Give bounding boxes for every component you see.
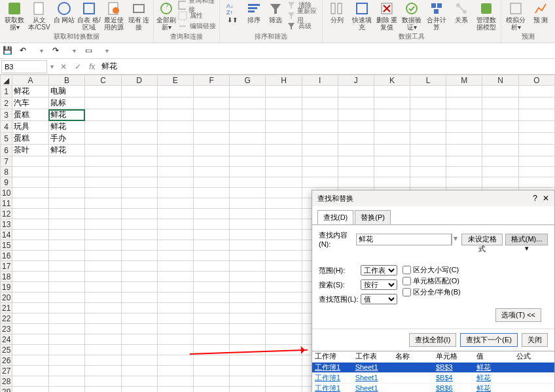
cell[interactable] — [157, 334, 193, 345]
cell[interactable] — [302, 133, 338, 145]
row-header[interactable]: 4 — [1, 121, 12, 133]
cell[interactable] — [85, 282, 121, 293]
cell[interactable] — [410, 177, 446, 188]
manage-data-model-button[interactable]: 管理数 据模型 — [474, 0, 498, 31]
cell[interactable] — [374, 145, 410, 156]
cell[interactable] — [12, 188, 49, 198]
row-header[interactable]: 29 — [1, 387, 12, 393]
cell[interactable] — [518, 145, 554, 156]
cell[interactable] — [230, 313, 266, 324]
cell[interactable] — [121, 366, 157, 376]
cell[interactable] — [230, 251, 266, 261]
cell[interactable]: 鲜花 — [12, 86, 49, 98]
cell[interactable] — [230, 366, 266, 376]
cell[interactable] — [230, 355, 266, 366]
row-header[interactable]: 28 — [1, 376, 12, 387]
row-header[interactable]: 25 — [1, 345, 12, 355]
cell[interactable] — [121, 198, 157, 209]
cell[interactable] — [410, 133, 446, 145]
cell[interactable] — [12, 230, 49, 240]
reapply-button[interactable]: 重新应用 — [287, 10, 319, 20]
cell[interactable] — [338, 98, 374, 109]
format-button[interactable]: 格式(M)... ▾ — [505, 234, 548, 245]
what-if-analysis-button[interactable]: 模拟分 析▾ — [504, 0, 528, 31]
cell[interactable] — [121, 177, 157, 188]
cell[interactable] — [266, 230, 302, 240]
cell[interactable] — [157, 282, 193, 293]
cell[interactable] — [230, 145, 266, 156]
cell[interactable] — [446, 109, 482, 121]
cell[interactable] — [85, 240, 121, 251]
save-icon[interactable]: 💾 — [3, 46, 13, 56]
cell[interactable] — [48, 387, 85, 393]
cell[interactable] — [302, 156, 338, 167]
filter-button[interactable]: 筛选 — [265, 0, 285, 31]
help-icon[interactable]: ? — [533, 194, 537, 203]
cell[interactable] — [230, 376, 266, 387]
cell[interactable] — [85, 334, 121, 345]
queries-connections-button[interactable]: 查询和连接 — [178, 0, 217, 10]
cell[interactable] — [230, 156, 266, 167]
cell[interactable] — [193, 230, 229, 240]
cell[interactable] — [85, 188, 121, 198]
cell[interactable] — [157, 366, 193, 376]
cell[interactable] — [230, 86, 266, 98]
cell[interactable] — [482, 156, 518, 167]
column-header[interactable]: M — [446, 75, 482, 86]
cell[interactable] — [230, 230, 266, 240]
edit-links-button[interactable]: 编辑链接 — [178, 21, 217, 31]
cell[interactable] — [193, 177, 229, 188]
cell[interactable] — [230, 109, 266, 121]
row-header[interactable]: 26 — [1, 355, 12, 366]
cell[interactable] — [374, 156, 410, 167]
cell[interactable] — [374, 98, 410, 109]
cell[interactable] — [121, 272, 157, 282]
cell[interactable] — [338, 133, 374, 145]
find-history-dropdown[interactable]: ▾ — [452, 234, 459, 245]
advanced-filter-button[interactable]: 高级 — [287, 21, 319, 31]
row-header[interactable]: 24 — [1, 334, 12, 345]
cell[interactable] — [518, 167, 554, 177]
cell[interactable] — [266, 366, 302, 376]
cell[interactable] — [48, 272, 85, 282]
properties-button[interactable]: 属性 — [178, 10, 217, 20]
cell[interactable] — [230, 219, 266, 230]
cell[interactable] — [266, 209, 302, 219]
cell[interactable] — [193, 334, 229, 345]
cell[interactable] — [518, 133, 554, 145]
row-header[interactable]: 27 — [1, 366, 12, 376]
results-header[interactable]: 单元格 — [433, 351, 474, 362]
cell[interactable] — [85, 324, 121, 334]
find-what-input[interactable] — [356, 234, 452, 245]
cell[interactable] — [193, 355, 229, 366]
cell[interactable] — [121, 98, 157, 109]
cell[interactable] — [266, 355, 302, 366]
search-select[interactable]: 按行 — [361, 279, 397, 290]
row-header[interactable]: 23 — [1, 324, 12, 334]
cell[interactable] — [157, 219, 193, 230]
cell[interactable] — [12, 219, 49, 230]
column-header[interactable]: D — [121, 75, 157, 86]
cell[interactable] — [230, 133, 266, 145]
no-format-set-button[interactable]: 未设定格式 — [461, 234, 503, 245]
cell[interactable] — [157, 86, 193, 98]
cell[interactable]: 汽车 — [12, 98, 49, 109]
cell[interactable] — [266, 177, 302, 188]
cell[interactable] — [12, 303, 49, 313]
tab-replace[interactable]: 替换(P) — [355, 210, 391, 224]
cell[interactable] — [157, 313, 193, 324]
cell[interactable] — [48, 303, 85, 313]
cell[interactable] — [121, 109, 157, 121]
cell[interactable] — [266, 303, 302, 313]
cell[interactable] — [121, 376, 157, 387]
cell[interactable] — [12, 366, 49, 376]
cell[interactable] — [193, 272, 229, 282]
cell[interactable] — [157, 198, 193, 209]
row-header[interactable]: 8 — [1, 167, 12, 177]
match-width-checkbox[interactable]: 区分全/半角(B) — [403, 287, 461, 297]
results-header[interactable]: 工作表 — [353, 351, 393, 362]
cell[interactable] — [482, 86, 518, 98]
cell[interactable] — [193, 293, 229, 303]
cell[interactable] — [482, 98, 518, 109]
cell[interactable]: 鼠标 — [48, 98, 85, 109]
